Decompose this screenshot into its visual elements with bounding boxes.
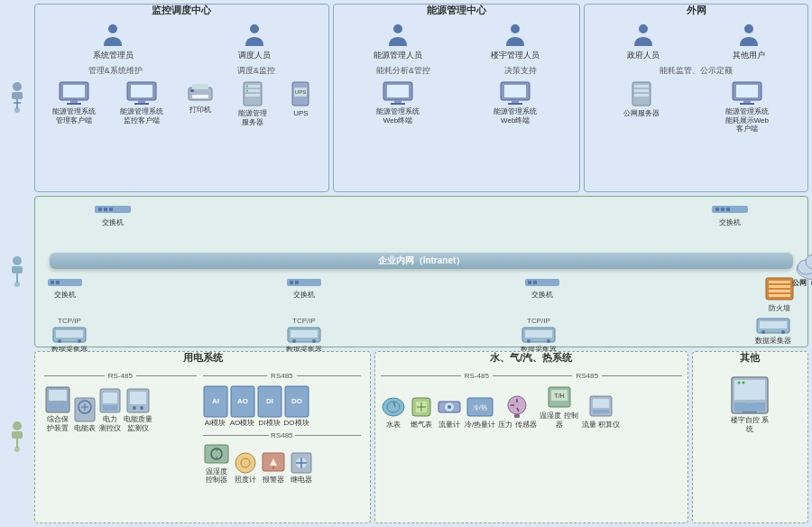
flow-meter-label: 流量计 (438, 421, 460, 430)
network-bar-label: 企业内网（Intranet） (378, 254, 466, 267)
rs485-label-2: RS485 (271, 372, 292, 380)
panel-water: 水、气/汽、热系统 RS-485 RS485 水表 (374, 351, 687, 523)
svg-rect-1 (12, 92, 23, 99)
arrow-label-5: 能耗监管、公示定额 (660, 65, 733, 77)
arrow-label-1: 管理&系统维护 (88, 65, 143, 77)
svg-rect-121 (205, 445, 228, 463)
device-public-server: 公网服务器 (623, 80, 660, 118)
panel-jkdz-title: 监控调度中心 (148, 4, 215, 17)
panel-water-title: 水、气/汽、热系统 (486, 351, 576, 365)
other-devices-row: 楼宇自控 系统 (698, 375, 802, 433)
svg-text:AI: AI (212, 397, 219, 405)
person-sysadmin-label: 系统管理员 (93, 50, 134, 61)
switch-mid-1: 交换机 (48, 276, 82, 300)
arrow-label-2: 调度&监控 (237, 65, 275, 77)
elec-device-4-label: 电能质量监测仪 (124, 415, 152, 432)
bottom-panels: 用电系统 RS-485 (34, 351, 808, 523)
gas-meter-label: 燃气表 (411, 421, 432, 430)
device-energy-web1: 能源管理系统Web终端 (376, 80, 420, 125)
device-public-server-label: 公网服务器 (623, 109, 660, 118)
svg-rect-101 (59, 402, 67, 410)
person-row-3: 政府人员 其他用户 (590, 23, 802, 61)
main-container: 监控调度中心 系统管理员 调度人员 (0, 0, 812, 527)
arrow-row-1: 管理&系统维护 调度&监控 (41, 65, 323, 77)
device-ups: UPS UPS (291, 80, 310, 118)
svg-rect-36 (512, 100, 519, 103)
bms-system: 楼宇自控 系统 (730, 375, 770, 433)
svg-rect-159 (734, 402, 765, 411)
firewall-label: 防火墙 (769, 303, 790, 313)
device-mgmt-client-label: 能源管理系统管理客户端 (52, 107, 96, 125)
svg-rect-58 (721, 208, 724, 211)
internet-label: 公网（Internet） (792, 278, 812, 288)
arrow-row-3: 能耗监管、公示定额 (590, 65, 802, 77)
svg-rect-160 (746, 401, 753, 403)
device-server-label: 能源管理服务器 (238, 109, 267, 126)
elec-sub-1-label: 温湿度控制器 (206, 467, 227, 485)
device-row-3: 公网服务器 能源管理系统能耗展示Web客户端 (590, 80, 802, 134)
elec-device-3: 电力测控仪 (98, 387, 122, 432)
switch-mid-2: 交换机 (287, 276, 321, 300)
svg-rect-47 (740, 103, 754, 105)
svg-rect-18 (190, 89, 194, 92)
svg-rect-161 (743, 411, 757, 413)
person-gov-label: 政府人员 (627, 50, 660, 61)
water-rs485-label: RS-485 (465, 372, 489, 380)
person-row-2: 能源管理人员 楼宇管理人员 (339, 23, 575, 61)
svg-point-84 (292, 339, 296, 343)
svg-rect-107 (103, 393, 117, 403)
svg-rect-79 (56, 330, 83, 337)
person-building-mgr-label: 楼宇管理人员 (491, 50, 540, 61)
svg-rect-42 (634, 89, 649, 92)
mid-switch-row: 交换机 交换机 交换机 (41, 274, 802, 315)
rs485-label-1: RS-485 (108, 372, 133, 380)
panel-wainet: 外网 政府人员 其他用户 (584, 4, 808, 192)
internet-cloud: 公网（Internet） (792, 249, 812, 288)
panel-other: 其他 楼宇自控 系统 (692, 351, 808, 523)
svg-point-6 (250, 24, 259, 33)
elec-devices-left: 综合保护装置 电能表 (44, 385, 197, 432)
svg-rect-74 (769, 281, 790, 283)
switch-mid-3-label: 交换机 (531, 290, 553, 300)
svg-point-39 (744, 24, 753, 33)
collector-area: TCP/IP 数据采集器 TCP/IP (41, 317, 802, 355)
flow-integrator: 流量 积算仪 (582, 394, 620, 430)
elec-sub-3: 报警器 (261, 451, 286, 485)
arrow-label-4: 决策支持 (504, 65, 537, 77)
module-di: DI DI模块 (257, 385, 282, 428)
svg-point-88 (527, 339, 531, 343)
svg-text:UPS: UPS (295, 89, 306, 95)
svg-point-93 (781, 330, 785, 334)
bottom-section: 用电系统 RS-485 (4, 351, 808, 523)
gas-meter: 燃气表 (409, 394, 434, 430)
svg-text:DI: DI (266, 397, 273, 405)
panel-elec-title: 用电系统 (180, 351, 226, 365)
module-ao-label: AO模块 (230, 419, 255, 428)
elec-sub-2-label: 照度计 (235, 476, 256, 485)
svg-rect-8 (63, 85, 85, 97)
svg-point-29 (511, 24, 520, 33)
elec-sub-1: 温湿度控制器 (203, 443, 230, 485)
module-ai-label: AI模块 (205, 419, 226, 428)
module-di-label: DI模块 (259, 419, 281, 428)
svg-rect-65 (51, 281, 54, 284)
svg-point-97 (14, 447, 20, 452)
rs485-label-3: RS485 (271, 431, 292, 439)
svg-rect-49 (12, 266, 23, 273)
temp-humidity-ctrl: T/H 温湿度 控制器 (540, 385, 579, 429)
elec-sub-4: 继电器 (290, 451, 313, 485)
elec-device-2-label: 电能表 (74, 424, 96, 433)
svg-point-4 (14, 107, 20, 113)
elec-top-row: RS-485 综合保护装置 (41, 370, 364, 485)
svg-point-89 (547, 339, 550, 343)
person-energy-mgr-label: 能源管理人员 (374, 50, 422, 61)
device-mgmt-client: 能源管理系统管理客户端 (52, 80, 96, 125)
svg-rect-108 (103, 405, 117, 411)
elec-sub-2: 照度计 (234, 451, 257, 485)
svg-rect-87 (525, 330, 552, 337)
device-row-2: 能源管理系统Web终端 能源管理系统Web终端 (339, 80, 575, 125)
switch-mid-3: 交换机 (525, 276, 559, 300)
svg-rect-75 (769, 285, 790, 288)
svg-point-111 (133, 406, 136, 410)
device-energy-display-web-label: 能源管理系统能耗展示Web客户端 (724, 107, 770, 134)
